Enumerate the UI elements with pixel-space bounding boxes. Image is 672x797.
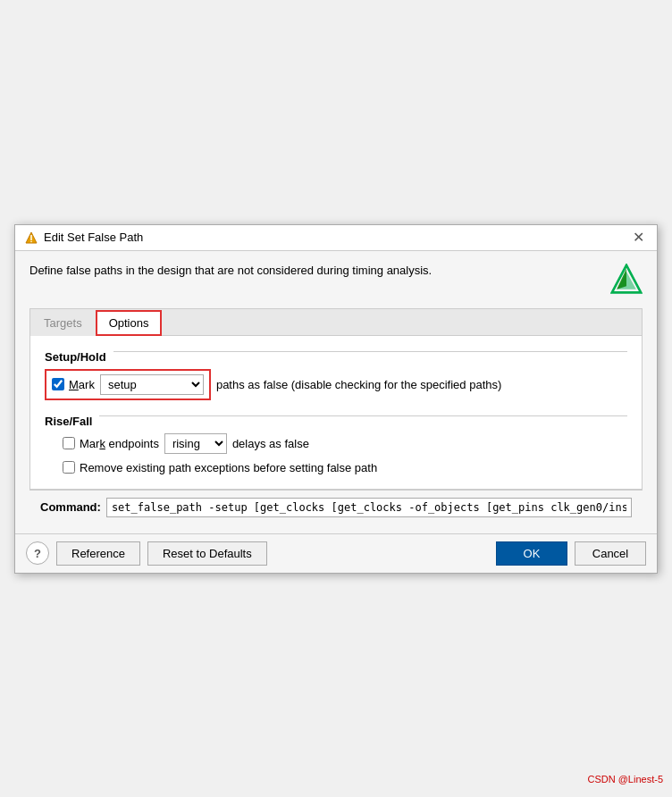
footer-bar: ? Reference Reset to Defaults OK Cancel xyxy=(15,533,657,573)
window-title: Edit Set False Path xyxy=(44,231,143,244)
setup-hold-label: Setup/Hold xyxy=(45,350,106,364)
setup-hold-section: Setup/Hold Mark setup hold xyxy=(45,350,627,400)
command-bar: Command: xyxy=(29,490,643,524)
setup-hold-divider xyxy=(113,351,627,352)
command-input[interactable] xyxy=(106,498,632,517)
description-row: Define false paths in the design that ar… xyxy=(29,264,643,296)
mark-endpoints-row: Mark endpoints rising falling delays as … xyxy=(63,433,627,454)
dialog-body: Define false paths in the design that ar… xyxy=(15,251,657,533)
mark-endpoints-label[interactable]: Mark endpoints xyxy=(63,437,159,450)
tab-options[interactable]: Options xyxy=(96,310,163,336)
remove-text: Remove existing path exceptions before s… xyxy=(80,461,377,474)
title-bar: Edit Set False Path ✕ xyxy=(15,225,657,251)
command-label: Command: xyxy=(40,500,101,514)
setup-hold-header: Setup/Hold xyxy=(45,350,627,364)
mark-endpoints-checkbox[interactable] xyxy=(63,437,75,449)
svg-point-2 xyxy=(30,240,32,242)
mark-checkbox-label[interactable]: Mark xyxy=(52,378,95,391)
rise-fall-header: Rise/Fall xyxy=(45,415,627,428)
title-bar-left: Edit Set False Path xyxy=(24,231,143,245)
brand-logo xyxy=(610,264,643,296)
rise-fall-label: Rise/Fall xyxy=(45,415,92,428)
options-tab-content: Setup/Hold Mark setup hold xyxy=(30,336,642,489)
mark-endpoints-text: Mark endpoints xyxy=(80,437,159,450)
rise-fall-section: Rise/Fall Mark endpoints rising falling … xyxy=(45,415,627,474)
remove-checkbox[interactable] xyxy=(63,461,75,474)
paths-text: paths as false (disable checking for the… xyxy=(216,378,501,391)
watermark: CSDN @Linest-5 xyxy=(587,774,663,784)
ok-button[interactable]: OK xyxy=(496,541,567,566)
description-text: Define false paths in the design that ar… xyxy=(29,264,601,277)
setup-hold-row: Mark setup hold setup and hold paths as … xyxy=(45,369,627,400)
setup-hold-bordered-group: Mark setup hold setup and hold xyxy=(45,369,211,400)
cancel-button[interactable]: Cancel xyxy=(575,541,646,566)
delays-text: delays as false xyxy=(232,437,309,450)
setup-dropdown[interactable]: setup hold setup and hold xyxy=(100,374,204,395)
reset-defaults-button[interactable]: Reset to Defaults xyxy=(147,541,267,566)
mark-text: Mark xyxy=(69,378,95,391)
tabs-header: Targets Options xyxy=(30,309,642,336)
remove-row: Remove existing path exceptions before s… xyxy=(63,461,627,474)
tabs-container: Targets Options Setup/Hold xyxy=(29,308,643,490)
rise-fall-divider xyxy=(99,415,627,416)
dialog-window: Edit Set False Path ✕ Define false paths… xyxy=(14,224,658,574)
mark-checkbox[interactable] xyxy=(52,378,64,390)
close-button[interactable]: ✕ xyxy=(629,231,648,245)
help-button[interactable]: ? xyxy=(26,541,49,565)
rising-dropdown[interactable]: rising falling xyxy=(164,433,227,454)
tab-targets[interactable]: Targets xyxy=(30,310,96,336)
remove-label[interactable]: Remove existing path exceptions before s… xyxy=(63,461,377,474)
reference-button[interactable]: Reference xyxy=(56,541,140,566)
app-icon xyxy=(24,231,38,245)
